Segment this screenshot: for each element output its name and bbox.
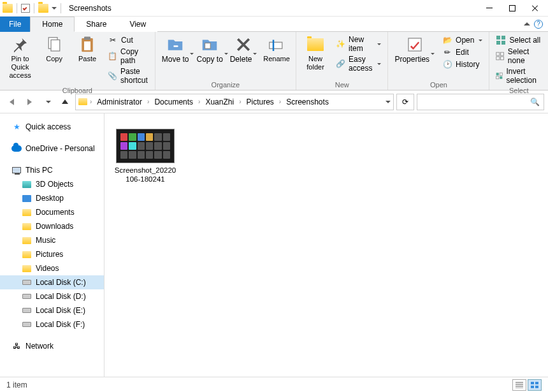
properties-qat-icon[interactable] [21, 4, 30, 13]
nav-desktop[interactable]: Desktop [0, 191, 104, 205]
nav-drive-e[interactable]: Local Disk (E:) [0, 303, 104, 317]
svg-rect-23 [531, 386, 534, 388]
nav-drive-d[interactable]: Local Disk (D:) [0, 289, 104, 303]
pc-icon [11, 165, 22, 175]
close-button[interactable] [524, 0, 547, 17]
new-folder-button[interactable]: New folder [300, 34, 331, 73]
nav-videos[interactable]: Videos [0, 261, 104, 275]
svg-rect-4 [84, 41, 90, 50]
select-all-button[interactable]: Select all [493, 34, 544, 46]
cut-button[interactable]: ✂Cut [105, 34, 151, 46]
select-all-icon [496, 35, 506, 45]
svg-rect-19 [496, 76, 499, 79]
file-list[interactable]: Screenshot_20220106-180241 [105, 113, 548, 377]
tab-file[interactable]: File [0, 17, 30, 32]
copy-to-button[interactable]: Copy to [194, 34, 226, 65]
crumb-screenshots[interactable]: Screenshots [284, 98, 331, 106]
nav-music[interactable]: Music [0, 233, 104, 247]
disk-icon [22, 305, 32, 316]
file-item[interactable]: Screenshot_20220106-180241 [113, 129, 177, 184]
nav-pictures[interactable]: Pictures [0, 247, 104, 261]
nav-3d-objects[interactable]: 3D Objects [0, 177, 104, 191]
svg-rect-5 [205, 43, 211, 49]
new-folder-qat-icon[interactable] [38, 4, 48, 13]
open-button[interactable]: 📂Open [440, 34, 485, 46]
rename-icon [267, 36, 286, 54]
back-button[interactable] [4, 94, 19, 110]
desktop-icon [22, 193, 32, 203]
help-icon[interactable]: ? [534, 20, 543, 29]
svg-rect-22 [535, 382, 538, 384]
easy-access-button[interactable]: 🔗Easy access [333, 54, 384, 73]
collapse-ribbon-icon[interactable] [524, 22, 530, 25]
nav-network[interactable]: 🖧Network [0, 339, 104, 353]
address-dropdown-icon[interactable] [386, 101, 391, 103]
search-box[interactable]: 🔍 [417, 94, 544, 110]
copy-button[interactable]: Copy [39, 34, 69, 64]
qat-dropdown-icon[interactable] [52, 7, 57, 10]
scissors-icon: ✂ [108, 35, 118, 45]
crumb-pictures[interactable]: Pictures [243, 98, 276, 106]
star-icon: ★ [11, 122, 22, 132]
file-thumbnail [116, 129, 175, 163]
pictures-icon [22, 249, 32, 259]
details-view-button[interactable] [512, 379, 526, 391]
nav-drive-c[interactable]: Local Disk (C:) [0, 275, 104, 289]
crumb-xuanzhi[interactable]: XuanZhi [203, 98, 236, 106]
title-bar: Screenshots [0, 0, 548, 17]
folder-icon [3, 4, 13, 13]
nav-this-pc[interactable]: This PC [0, 163, 104, 177]
svg-rect-7 [273, 40, 275, 52]
thumbnails-view-button[interactable] [528, 379, 542, 391]
edit-icon: ✏ [442, 47, 452, 57]
history-button[interactable]: 🕑History [440, 59, 485, 70]
arrow-right-icon [27, 99, 32, 105]
svg-rect-8 [408, 38, 421, 51]
tab-share[interactable]: Share [75, 17, 118, 32]
up-button[interactable] [57, 94, 73, 110]
crumb-administrator[interactable]: Administrator [94, 98, 145, 106]
properties-icon [405, 36, 424, 54]
nav-quick-access[interactable]: ★Quick access [0, 120, 104, 134]
svg-rect-15 [496, 57, 500, 60]
tab-view[interactable]: View [118, 17, 157, 32]
edit-button[interactable]: ✏Edit [440, 47, 485, 58]
ribbon-group-select: Select all Select none Invert selection … [489, 32, 548, 90]
paste-shortcut-icon: 📎 [108, 71, 117, 81]
window-title: Screenshots [69, 4, 112, 13]
rename-button[interactable]: Rename [261, 34, 292, 64]
breadcrumb-bar[interactable]: › Administrator› Documents› XuanZhi› Pic… [75, 94, 394, 110]
nav-drive-f[interactable]: Local Disk (F:) [0, 317, 104, 331]
tab-home[interactable]: Home [30, 17, 75, 32]
forward-button[interactable] [22, 94, 37, 110]
details-view-icon [516, 382, 523, 388]
select-none-button[interactable]: Select none [493, 47, 544, 66]
search-input[interactable] [421, 98, 530, 106]
refresh-button[interactable]: ⟳ [396, 94, 414, 110]
nav-downloads[interactable]: Downloads [0, 219, 104, 233]
nav-onedrive[interactable]: OneDrive - Personal [0, 142, 104, 156]
recent-dropdown[interactable] [40, 94, 55, 110]
copy-to-icon [200, 36, 219, 54]
paste-icon [78, 36, 97, 54]
paste-shortcut-button[interactable]: 📎Paste shortcut [105, 66, 151, 85]
file-name: Screenshot_20220106-180241 [113, 166, 177, 184]
new-item-button[interactable]: ✨New item [333, 34, 384, 54]
address-bar: › Administrator› Documents› XuanZhi› Pic… [0, 91, 548, 113]
disk-icon [22, 319, 32, 330]
pin-icon [11, 36, 30, 54]
nav-documents[interactable]: Documents [0, 205, 104, 219]
disk-icon [22, 291, 32, 301]
delete-button[interactable]: Delete [228, 34, 259, 65]
minimize-button[interactable] [478, 0, 501, 17]
pin-to-quick-access-button[interactable]: Pin to Quick access [4, 34, 36, 82]
svg-rect-14 [501, 52, 504, 55]
invert-selection-button[interactable]: Invert selection [493, 66, 544, 85]
svg-rect-1 [51, 40, 60, 52]
properties-button[interactable]: Properties [392, 34, 437, 65]
paste-button[interactable]: Paste [72, 34, 103, 64]
crumb-documents[interactable]: Documents [152, 98, 196, 106]
copy-path-button[interactable]: 📋Copy path [105, 47, 151, 66]
move-to-button[interactable]: Move to [159, 34, 192, 65]
maximize-button[interactable] [501, 0, 524, 17]
